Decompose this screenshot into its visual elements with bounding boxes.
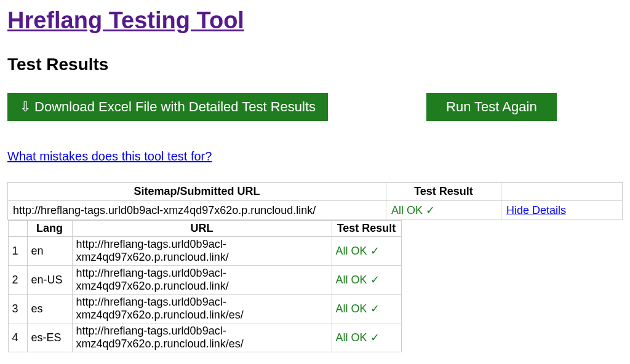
row-url: http://hreflang-tags.urld0b9acl-xmz4qd97… (72, 237, 332, 266)
row-result: All OK ✓ (332, 295, 401, 323)
col-actions-header (501, 183, 623, 201)
row-num: 3 (8, 295, 27, 323)
row-result: All OK ✓ (332, 266, 401, 295)
row-lang: en-US (27, 266, 72, 295)
page-title-link[interactable]: Hreflang Testing Tool (7, 7, 244, 33)
row-url: http://hreflang-tags.urld0b9acl-xmz4qd97… (72, 323, 332, 352)
col-num-header (8, 221, 27, 237)
main-url-cell: http://hreflang-tags.urld0b9acl-xmz4qd97… (8, 201, 386, 220)
col-url-header: URL (72, 221, 332, 237)
table-row: http://hreflang-tags.urld0b9acl-xmz4qd97… (8, 201, 623, 220)
row-result: All OK ✓ (332, 323, 401, 352)
row-num: 4 (8, 323, 27, 352)
col-lang-header: Lang (27, 221, 72, 237)
col-test-result-header: Test Result (386, 183, 501, 201)
row-url: http://hreflang-tags.urld0b9acl-xmz4qd97… (72, 266, 332, 295)
row-lang: es-ES (27, 323, 72, 352)
main-result-cell: All OK ✓ (386, 201, 501, 220)
results-heading: Test Results (7, 55, 623, 74)
table-row: 1 en http://hreflang-tags.urld0b9acl-xmz… (8, 237, 401, 266)
mistakes-link[interactable]: What mistakes does this tool test for? (7, 149, 212, 164)
row-result: All OK ✓ (332, 237, 401, 266)
row-url: http://hreflang-tags.urld0b9acl-xmz4qd97… (72, 295, 332, 323)
download-excel-button[interactable]: ⇩ Download Excel File with Detailed Test… (7, 93, 328, 121)
page-title: Hreflang Testing Tool (7, 7, 623, 34)
col-sitemap-header: Sitemap/Submitted URL (8, 183, 386, 201)
table-row: 3 es http://hreflang-tags.urld0b9acl-xmz… (8, 295, 401, 323)
row-num: 2 (8, 266, 27, 295)
row-lang: en (27, 237, 72, 266)
details-table: Lang URL Test Result 1 en http://hreflan… (8, 220, 402, 352)
table-row: 2 en-US http://hreflang-tags.urld0b9acl-… (8, 266, 401, 295)
row-num: 1 (8, 237, 27, 266)
col-detail-result-header: Test Result (332, 221, 401, 237)
row-lang: es (27, 295, 72, 323)
run-test-again-button[interactable]: Run Test Again (426, 93, 557, 121)
results-table: Sitemap/Submitted URL Test Result http:/… (7, 182, 623, 352)
table-row: 4 es-ES http://hreflang-tags.urld0b9acl-… (8, 323, 401, 352)
hide-details-link[interactable]: Hide Details (506, 204, 566, 216)
